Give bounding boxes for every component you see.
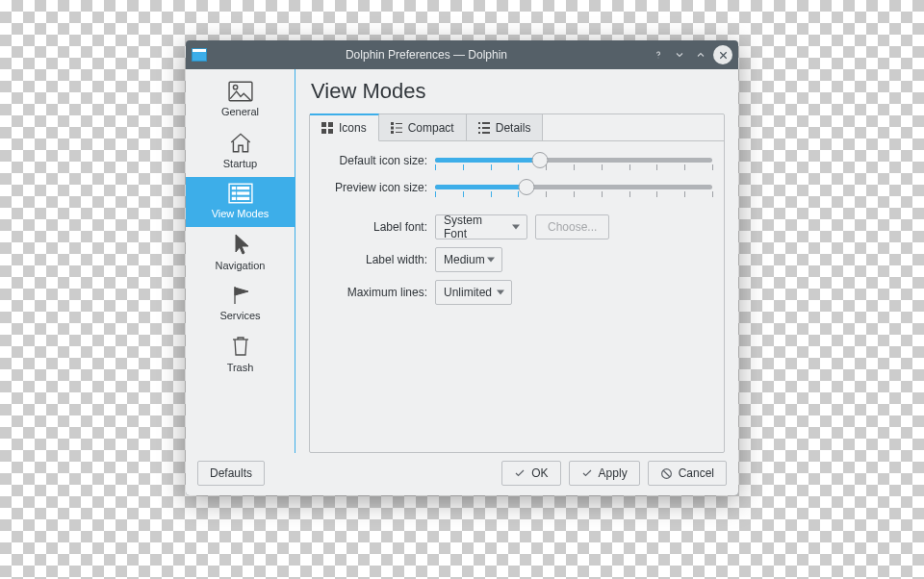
preferences-window: Dolphin Preferences — Dolphin General <box>186 40 738 495</box>
view-list-icon <box>228 183 253 204</box>
svg-rect-7 <box>237 192 248 194</box>
sidebar-item-navigation[interactable]: Navigation <box>186 227 295 279</box>
choose-font-button: Choose... <box>535 214 609 239</box>
label-font-combo[interactable]: System Font <box>435 214 527 239</box>
prohibit-icon <box>660 467 673 480</box>
main-panel: View Modes Icons Compact Det <box>295 69 738 453</box>
ok-button[interactable]: OK <box>501 461 560 486</box>
app-icon <box>192 48 207 62</box>
check-icon <box>514 467 526 479</box>
svg-rect-20 <box>478 122 480 124</box>
sidebar-item-label: View Modes <box>212 208 270 219</box>
help-button[interactable] <box>650 46 667 63</box>
window-title: Dolphin Preferences — Dolphin <box>207 48 646 62</box>
client-area: General Startup View Modes Navigation Se… <box>186 69 738 495</box>
combo-value: System Font <box>444 214 505 240</box>
svg-rect-8 <box>232 197 235 199</box>
svg-rect-19 <box>396 132 402 133</box>
compact-tab-icon <box>391 122 402 134</box>
svg-rect-6 <box>232 192 235 194</box>
sidebar-item-label: Startup <box>223 158 257 169</box>
titlebar: Dolphin Preferences — Dolphin <box>186 40 738 69</box>
svg-rect-24 <box>478 132 480 134</box>
sidebar-item-label: General <box>221 106 259 117</box>
svg-rect-18 <box>391 131 394 134</box>
svg-point-2 <box>233 86 237 89</box>
tab-details[interactable]: Details <box>467 114 544 141</box>
svg-rect-17 <box>396 127 402 128</box>
svg-rect-12 <box>321 129 326 134</box>
svg-rect-21 <box>482 122 490 124</box>
close-button[interactable] <box>713 45 732 64</box>
footer: Defaults OK Apply Cancel <box>186 453 738 495</box>
tab-label: Details <box>496 121 531 135</box>
max-lines-combo[interactable]: Unlimited <box>435 280 512 305</box>
svg-point-0 <box>658 58 659 59</box>
sidebar-item-view-modes[interactable]: View Modes <box>186 177 295 227</box>
svg-rect-16 <box>391 126 394 129</box>
tabgroup: Icons Compact Details <box>309 113 725 453</box>
page-heading: View Modes <box>311 79 725 104</box>
preview-icon-size-label: Preview icon size: <box>321 181 435 194</box>
tabbar-filler <box>543 114 724 141</box>
combo-value: Medium <box>444 253 485 266</box>
svg-rect-23 <box>482 127 490 129</box>
image-icon <box>228 81 253 102</box>
tab-compact[interactable]: Compact <box>379 114 467 141</box>
sidebar-item-services[interactable]: Services <box>186 279 295 329</box>
tab-label: Icons <box>339 121 367 135</box>
sidebar: General Startup View Modes Navigation Se… <box>186 69 295 453</box>
default-icon-size-label: Default icon size: <box>321 154 435 167</box>
check-icon <box>581 467 593 479</box>
sidebar-item-trash[interactable]: Trash <box>186 329 295 381</box>
flag-icon <box>229 285 252 306</box>
cancel-button[interactable]: Cancel <box>648 461 727 486</box>
sidebar-item-label: Services <box>219 310 260 321</box>
tab-icons[interactable]: Icons <box>310 113 379 141</box>
svg-rect-10 <box>321 122 326 127</box>
svg-rect-5 <box>237 188 248 189</box>
sidebar-item-label: Navigation <box>216 260 266 271</box>
combo-value: Unlimited <box>444 286 492 299</box>
body: General Startup View Modes Navigation Se… <box>186 69 738 453</box>
svg-rect-25 <box>482 132 490 134</box>
svg-rect-4 <box>232 188 235 189</box>
maximize-button[interactable] <box>692 46 709 63</box>
trash-icon <box>230 335 251 358</box>
tab-label: Compact <box>408 121 454 135</box>
default-icon-size-slider[interactable] <box>435 151 712 170</box>
label-font-label: Label font: <box>321 220 435 234</box>
svg-rect-14 <box>391 122 394 125</box>
label-width-label: Label width: <box>321 253 435 266</box>
svg-rect-9 <box>237 197 248 199</box>
label-width-combo[interactable]: Medium <box>435 247 502 272</box>
sidebar-item-startup[interactable]: Startup <box>186 125 295 177</box>
icons-tab-icon <box>321 122 333 134</box>
minimize-button[interactable] <box>671 46 688 63</box>
svg-rect-13 <box>328 129 333 134</box>
svg-rect-15 <box>396 123 402 124</box>
apply-button[interactable]: Apply <box>569 461 640 486</box>
preview-icon-size-slider[interactable] <box>435 178 712 197</box>
svg-rect-11 <box>328 122 333 127</box>
details-tab-icon <box>478 122 490 134</box>
max-lines-label: Maximum lines: <box>321 286 435 299</box>
tab-content-icons: Default icon size: Preview icon size: <box>310 141 724 452</box>
home-icon <box>228 131 253 154</box>
tabbar: Icons Compact Details <box>310 114 724 141</box>
sidebar-item-general[interactable]: General <box>186 75 295 125</box>
defaults-button[interactable]: Defaults <box>197 461 265 486</box>
sidebar-item-label: Trash <box>227 362 254 373</box>
cursor-icon <box>230 233 251 256</box>
svg-rect-22 <box>478 127 480 129</box>
